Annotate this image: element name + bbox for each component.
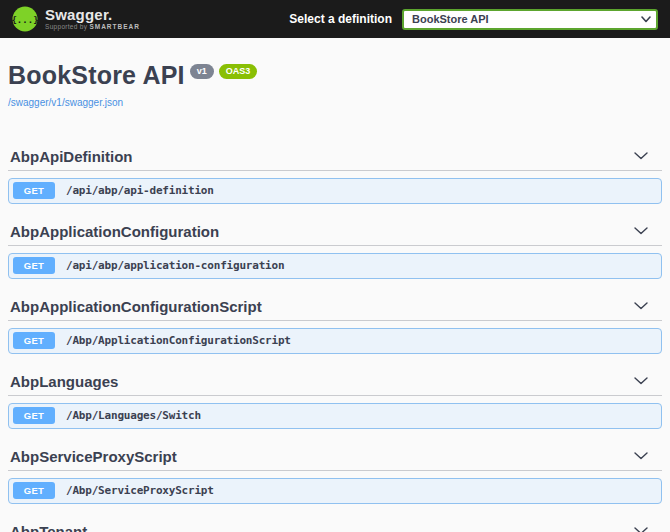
operations-list: GET /Abp/Languages/Switch bbox=[8, 403, 662, 429]
logo-title: Swagger. bbox=[45, 7, 140, 22]
page-title: BookStore API bbox=[8, 61, 185, 90]
chevron-down-icon[interactable] bbox=[634, 227, 648, 235]
operation-row[interactable]: GET /Abp/Languages/Switch bbox=[8, 403, 662, 429]
logo-text-block: Swagger. Supported by SMARTBEAR bbox=[45, 7, 140, 31]
operation-path: /Abp/Languages/Switch bbox=[66, 409, 201, 422]
logo-subtext-prefix: Supported by bbox=[45, 23, 87, 30]
chevron-down-icon[interactable] bbox=[634, 527, 648, 532]
tag-header[interactable]: AbpApiDefinition bbox=[8, 148, 662, 171]
tag-header[interactable]: AbpTenant bbox=[8, 523, 662, 532]
operation-row[interactable]: GET /Abp/ApplicationConfigurationScript bbox=[8, 328, 662, 354]
swagger-ui-main: BookStore API v1 OAS3 /swagger/v1/swagge… bbox=[0, 61, 670, 532]
method-badge: GET bbox=[13, 332, 55, 349]
method-badge: GET bbox=[13, 482, 55, 499]
operation-row[interactable]: GET /api/abp/application-configuration bbox=[8, 253, 662, 279]
operation-row[interactable]: GET /Abp/ServiceProxyScript bbox=[8, 478, 662, 504]
svg-text:{...}: {...} bbox=[12, 15, 38, 25]
definition-select[interactable]: BookStore API bbox=[402, 9, 658, 30]
operation-path: /api/abp/application-configuration bbox=[66, 259, 284, 272]
api-tag-section: AbpApplicationConfigurationScript GET /A… bbox=[8, 298, 662, 354]
oas3-badge: OAS3 bbox=[219, 64, 258, 79]
tag-name: AbpApiDefinition bbox=[10, 148, 132, 165]
tag-sections: AbpApiDefinition GET /api/abp/api-defini… bbox=[8, 148, 662, 532]
operations-list: GET /Abp/ServiceProxyScript bbox=[8, 478, 662, 504]
chevron-down-icon[interactable] bbox=[634, 452, 648, 460]
operation-path: /Abp/ApplicationConfigurationScript bbox=[66, 334, 291, 347]
definition-select-wrap: BookStore API bbox=[402, 9, 658, 30]
version-badge: v1 bbox=[190, 64, 214, 79]
tag-header[interactable]: AbpLanguages bbox=[8, 373, 662, 396]
method-badge: GET bbox=[13, 257, 55, 274]
api-tag-section: AbpServiceProxyScript GET /Abp/ServicePr… bbox=[8, 448, 662, 504]
tag-header[interactable]: AbpServiceProxyScript bbox=[8, 448, 662, 471]
topbar: {...} Swagger. Supported by SMARTBEAR Se… bbox=[0, 0, 670, 38]
operation-path: /Abp/ServiceProxyScript bbox=[66, 484, 214, 497]
operations-list: GET /api/abp/application-configuration bbox=[8, 253, 662, 279]
definition-select-group: Select a definition BookStore API bbox=[289, 9, 658, 30]
tag-name: AbpTenant bbox=[10, 523, 87, 532]
method-badge: GET bbox=[13, 182, 55, 199]
tag-name: AbpApplicationConfiguration bbox=[10, 223, 219, 240]
api-tag-section: AbpTenant GET /api/abp/multi-tenancy/fin… bbox=[8, 523, 662, 532]
spec-link[interactable]: /swagger/v1/swagger.json bbox=[8, 97, 123, 108]
api-info: BookStore API v1 OAS3 /swagger/v1/swagge… bbox=[8, 61, 662, 110]
method-badge: GET bbox=[13, 407, 55, 424]
select-definition-label: Select a definition bbox=[289, 12, 392, 26]
logo-subtext: Supported by SMARTBEAR bbox=[45, 24, 140, 31]
swagger-logo[interactable]: {...} Swagger. Supported by SMARTBEAR bbox=[12, 6, 140, 32]
title-row: BookStore API v1 OAS3 bbox=[8, 61, 662, 90]
tag-name: AbpApplicationConfigurationScript bbox=[10, 298, 262, 315]
api-tag-section: AbpApiDefinition GET /api/abp/api-defini… bbox=[8, 148, 662, 204]
tag-header[interactable]: AbpApplicationConfiguration bbox=[8, 223, 662, 246]
logo-subtext-brand: SMARTBEAR bbox=[89, 23, 140, 30]
api-tag-section: AbpApplicationConfiguration GET /api/abp… bbox=[8, 223, 662, 279]
tag-name: AbpServiceProxyScript bbox=[10, 448, 177, 465]
swagger-logo-icon: {...} bbox=[12, 6, 38, 32]
operations-list: GET /Abp/ApplicationConfigurationScript bbox=[8, 328, 662, 354]
chevron-down-icon[interactable] bbox=[634, 302, 648, 310]
api-tag-section: AbpLanguages GET /Abp/Languages/Switch bbox=[8, 373, 662, 429]
tag-header[interactable]: AbpApplicationConfigurationScript bbox=[8, 298, 662, 321]
operation-path: /api/abp/api-definition bbox=[66, 184, 214, 197]
tag-name: AbpLanguages bbox=[10, 373, 118, 390]
chevron-down-icon[interactable] bbox=[634, 152, 648, 160]
chevron-down-icon[interactable] bbox=[634, 377, 648, 385]
operation-row[interactable]: GET /api/abp/api-definition bbox=[8, 178, 662, 204]
operations-list: GET /api/abp/api-definition bbox=[8, 178, 662, 204]
